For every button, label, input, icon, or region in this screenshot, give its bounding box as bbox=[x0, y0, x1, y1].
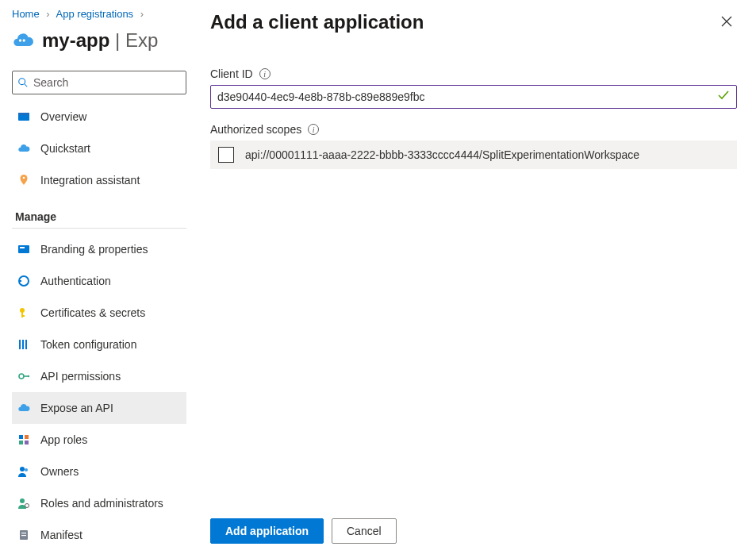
check-icon bbox=[717, 89, 730, 105]
authentication-icon bbox=[17, 274, 31, 288]
sidebar-item-label: Token configuration bbox=[40, 338, 136, 351]
close-icon bbox=[721, 16, 732, 27]
scope-row[interactable]: api://00001111-aaaa-2222-bbbb-3333cccc44… bbox=[210, 140, 737, 169]
sidebar-item-label: Overview bbox=[40, 110, 86, 123]
add-client-panel: Add a client application Client ID i Aut… bbox=[190, 0, 756, 558]
sidebar-item-label: API permissions bbox=[40, 370, 121, 383]
sidebar-item-certificates[interactable]: Certificates & secrets bbox=[12, 297, 186, 329]
svg-point-17 bbox=[28, 375, 29, 377]
svg-point-22 bbox=[20, 467, 25, 471]
svg-point-0 bbox=[19, 39, 21, 41]
svg-rect-21 bbox=[25, 441, 29, 444]
svg-rect-28 bbox=[21, 535, 26, 536]
scope-checkbox[interactable] bbox=[218, 147, 234, 163]
quickstart-icon bbox=[17, 141, 31, 156]
sidebar-item-manifest[interactable]: Manifest bbox=[12, 519, 186, 551]
svg-point-24 bbox=[20, 498, 25, 503]
sidebar-item-integration-assistant[interactable]: Integration assistant bbox=[12, 164, 186, 196]
svg-rect-19 bbox=[25, 435, 29, 439]
svg-point-1 bbox=[23, 39, 25, 41]
key-icon bbox=[17, 306, 31, 320]
sidebar-item-label: Authentication bbox=[40, 275, 111, 287]
svg-rect-13 bbox=[19, 340, 21, 349]
breadcrumb-app-registrations[interactable]: App registrations bbox=[56, 8, 134, 20]
sidebar-item-overview[interactable]: Overview bbox=[12, 101, 186, 133]
api-permissions-icon bbox=[17, 369, 31, 383]
search-icon bbox=[17, 77, 29, 88]
sidebar-item-quickstart[interactable]: Quickstart bbox=[12, 133, 186, 164]
page-title-suffix: | Exp bbox=[109, 29, 158, 51]
svg-rect-7 bbox=[18, 245, 29, 253]
close-button[interactable] bbox=[716, 11, 737, 34]
branding-icon bbox=[17, 242, 31, 256]
client-id-field[interactable] bbox=[217, 90, 717, 103]
scope-text: api://00001111-aaaa-2222-bbbb-3333cccc44… bbox=[245, 148, 639, 161]
sidebar-item-owners[interactable]: Owners bbox=[12, 456, 186, 487]
svg-rect-14 bbox=[22, 340, 24, 349]
svg-point-2 bbox=[19, 79, 25, 85]
expose-api-icon bbox=[17, 401, 31, 415]
sidebar-item-label: Manifest bbox=[40, 529, 83, 541]
sidebar-item-app-roles[interactable]: App roles bbox=[12, 424, 186, 456]
search-input[interactable] bbox=[12, 71, 186, 94]
sidebar-item-label: Integration assistant bbox=[40, 174, 140, 187]
sidebar-item-label: Quickstart bbox=[40, 142, 90, 155]
sidebar-item-label: Certificates & secrets bbox=[40, 306, 145, 319]
sidebar-item-authentication[interactable]: Authentication bbox=[12, 265, 186, 297]
sidebar-item-expose-api[interactable]: Expose an API bbox=[12, 392, 186, 424]
sidebar-item-token-config[interactable]: Token configuration bbox=[12, 329, 186, 360]
rocket-icon bbox=[17, 173, 31, 187]
svg-rect-5 bbox=[18, 113, 29, 115]
roles-admins-icon bbox=[17, 496, 31, 510]
svg-rect-18 bbox=[19, 435, 23, 439]
breadcrumb-home[interactable]: Home bbox=[12, 8, 40, 20]
sidebar-item-branding[interactable]: Branding & properties bbox=[12, 233, 186, 265]
sidebar-item-label: Expose an API bbox=[40, 402, 113, 414]
token-icon bbox=[17, 337, 31, 352]
svg-point-25 bbox=[25, 504, 29, 508]
info-icon[interactable]: i bbox=[308, 124, 319, 135]
cloud-app-icon bbox=[12, 29, 34, 52]
client-id-label: Client ID i bbox=[210, 67, 737, 80]
cancel-button[interactable]: Cancel bbox=[332, 518, 397, 544]
svg-point-6 bbox=[23, 177, 25, 179]
sidebar-item-label: Branding & properties bbox=[40, 243, 148, 256]
sidebar-item-label: Roles and administrators bbox=[40, 497, 163, 510]
sidebar-item-label: Owners bbox=[40, 465, 79, 478]
svg-line-3 bbox=[25, 84, 28, 87]
manifest-icon bbox=[17, 528, 31, 542]
sidebar-item-roles-admins[interactable]: Roles and administrators bbox=[12, 487, 186, 519]
chevron-right-icon: › bbox=[46, 8, 49, 20]
section-label-manage: Manage bbox=[15, 210, 186, 223]
svg-rect-8 bbox=[20, 247, 25, 248]
app-roles-icon bbox=[17, 433, 31, 447]
panel-title: Add a client application bbox=[210, 11, 424, 33]
svg-point-23 bbox=[25, 468, 28, 471]
svg-rect-27 bbox=[21, 533, 26, 533]
overview-icon bbox=[17, 110, 31, 124]
svg-point-16 bbox=[19, 374, 24, 379]
chevron-right-icon: › bbox=[140, 8, 144, 20]
authorized-scopes-label: Authorized scopes i bbox=[210, 123, 737, 136]
info-icon[interactable]: i bbox=[259, 68, 271, 79]
page-header: my-app | Exp bbox=[12, 29, 186, 52]
breadcrumb: Home › App registrations › bbox=[12, 8, 186, 20]
owners-icon bbox=[17, 464, 31, 479]
svg-rect-12 bbox=[21, 315, 25, 317]
sidebar-item-api-permissions[interactable]: API permissions bbox=[12, 360, 186, 392]
svg-rect-15 bbox=[25, 340, 27, 349]
sidebar-item-label: App roles bbox=[40, 433, 87, 446]
add-application-button[interactable]: Add application bbox=[210, 518, 324, 544]
client-id-input[interactable] bbox=[210, 85, 737, 109]
svg-rect-20 bbox=[19, 441, 23, 444]
page-title: my-app bbox=[42, 29, 109, 51]
section-divider bbox=[12, 228, 186, 229]
search-field[interactable] bbox=[33, 76, 181, 89]
